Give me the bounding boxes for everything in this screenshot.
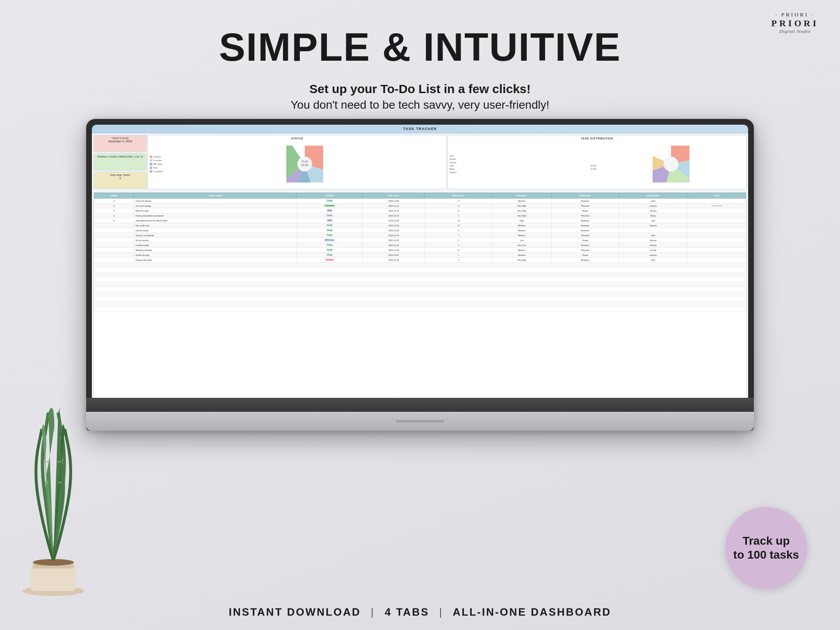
- dist-pct-jack: 30.9%: [591, 164, 596, 167]
- cell-status: Completed: [297, 203, 363, 208]
- col-priority: PRIORITY: [492, 193, 552, 199]
- tasks-stat-box: OVERALL TASKS COMPLETED: 6 OF 13: [94, 153, 147, 171]
- table-row-empty: [94, 267, 746, 272]
- cell-task: Vacuum on saturday: [134, 233, 297, 238]
- task-table-container: DONE TASK NAME STATUS DUE DATE DAYS LEFT…: [94, 192, 746, 403]
- cell-done: [94, 248, 134, 253]
- due-stat-box: TASK DUE TODAY 2: [94, 172, 147, 189]
- subtitle-line1: Set up your To-Do List in a few clicks!: [0, 82, 840, 96]
- dist-row-jessica: Jessica: [450, 171, 596, 173]
- legend-dot-99done: [150, 163, 152, 165]
- left-stats: TODAY'S DATE December 3, 2023 OVERALL TA…: [94, 135, 147, 189]
- cell-priority: Medium: [492, 199, 552, 203]
- table-row: Washing windows To do 2023-11-06 -27 Med…: [94, 248, 746, 253]
- legend-label-hold: Hold: [153, 167, 157, 169]
- cell-task: Linoleum plate: [134, 243, 297, 248]
- status-pie-chart: To-do 33.9%: [286, 146, 323, 183]
- cell-note: [687, 213, 746, 218]
- cell-days: 0: [425, 213, 492, 218]
- dist-pct-maria: 15.9%: [591, 168, 596, 170]
- cell-category: Business: [551, 218, 619, 223]
- cell-category: Business: [551, 258, 619, 262]
- legend-label-toreview: To review: [153, 159, 162, 162]
- cell-status: To-do: [297, 223, 363, 228]
- cell-status: To do: [297, 213, 363, 218]
- cell-task: Groom the dog: [134, 253, 297, 258]
- laptop-base: [86, 398, 754, 431]
- col-status: STATUS: [297, 193, 363, 199]
- cell-category: House: [551, 238, 619, 243]
- cell-days: -4: [425, 233, 492, 238]
- cell-status: To-do: [297, 228, 363, 233]
- table-row-empty: [94, 272, 746, 277]
- cell-due: 2023-12-14: [363, 208, 425, 213]
- cell-status: To-do: [297, 199, 363, 203]
- cell-incharge: John: [619, 199, 687, 203]
- table-header-row: DONE TASK NAME STATUS DUE DATE DAYS LEFT…: [94, 193, 746, 199]
- cell-status: Hold: [297, 218, 363, 223]
- cell-task: Meet the client: [134, 208, 297, 213]
- dist-name-john: John: [450, 155, 454, 157]
- cell-status: To do: [297, 248, 363, 253]
- cell-task: Do the laundry: [134, 238, 297, 243]
- cell-priority: High: [492, 218, 552, 223]
- date-value: December 3, 2023: [96, 140, 144, 143]
- col-due: DUE DATE: [363, 193, 425, 199]
- distribution-panel: TASK DISTRIBUTION John Arnold: [447, 135, 746, 189]
- cell-note: [687, 233, 746, 238]
- legend-dot-toreview: [150, 159, 152, 162]
- cell-priority: Medium: [492, 233, 552, 238]
- laptop-container: TASK TRACKER TODAY'S DATE December 3, 20…: [62, 119, 778, 463]
- date-label: TODAY'S DATE: [96, 137, 144, 139]
- main-headline: SIMPLE & INTUITIVE: [0, 25, 840, 70]
- laptop-base-top: [86, 398, 754, 412]
- svg-point-13: [664, 157, 678, 171]
- cell-status: 99% Done: [297, 238, 363, 243]
- legend-99done: 99% Done: [150, 163, 163, 165]
- col-task: TASK NAME: [134, 193, 297, 199]
- status-panel: STATUS Overdue To review: [148, 135, 447, 189]
- track-text: Track up to 100 tasks: [733, 534, 799, 562]
- table-row-empty: [94, 297, 746, 302]
- table-row-empty: [94, 277, 746, 282]
- bottom-item-1: INSTANT DOWNLOAD: [229, 606, 361, 618]
- cell-note: [687, 258, 746, 262]
- due-label: TASK DUE TODAY: [96, 174, 144, 176]
- table-row: Vacuum on saturday To do 2023-11-29 -4 M…: [94, 233, 746, 238]
- legend-hold: Hold: [150, 167, 163, 169]
- dist-pie-chart: [653, 146, 689, 183]
- track-line1: Track up: [742, 534, 790, 547]
- cell-incharge: Jerome: [619, 208, 687, 213]
- col-note: NOTE: [687, 193, 746, 199]
- cell-days: -5: [425, 258, 492, 262]
- dist-legend: John Arnold Jerome: [450, 141, 596, 187]
- status-content: Overdue To review 99% Done: [150, 141, 445, 187]
- cell-status: To-do: [297, 243, 363, 248]
- cell-note: [687, 248, 746, 253]
- cell-priority: Very High: [492, 208, 552, 213]
- due-value: 2: [96, 177, 144, 180]
- cell-due: 2023-12-06: [363, 228, 425, 233]
- plant-svg: [0, 400, 107, 605]
- screen-bezel: TASK TRACKER TODAY'S DATE December 3, 20…: [92, 125, 748, 411]
- cell-days: -17: [425, 203, 492, 208]
- dist-name-jessica: Jessica: [450, 171, 457, 173]
- cell-due: 2023-11-03: [363, 223, 425, 228]
- cell-note: [687, 238, 746, 243]
- cell-done: ☑: [94, 203, 134, 208]
- cell-due: 2023-11-29: [363, 233, 425, 238]
- dist-name-jerome: Jerome: [450, 161, 457, 164]
- cell-incharge: Arnold: [619, 248, 687, 253]
- divider-1: |: [371, 606, 375, 618]
- task-table: DONE TASK NAME STATUS DUE DATE DAYS LEFT…: [94, 193, 746, 312]
- table-row-empty: [94, 292, 746, 297]
- legend-label-99done: 99% Done: [153, 163, 162, 165]
- status-legend: Overdue To review 99% Done: [150, 141, 163, 187]
- cell-done: [94, 238, 134, 243]
- cell-done: ☑: [94, 208, 134, 213]
- cell-category: Business: [551, 223, 619, 228]
- cell-category: Personal: [551, 203, 619, 208]
- legend-dot-overdue: [150, 155, 152, 158]
- cell-incharge: Jessica: [619, 203, 687, 208]
- cell-priority: Medium: [492, 248, 552, 253]
